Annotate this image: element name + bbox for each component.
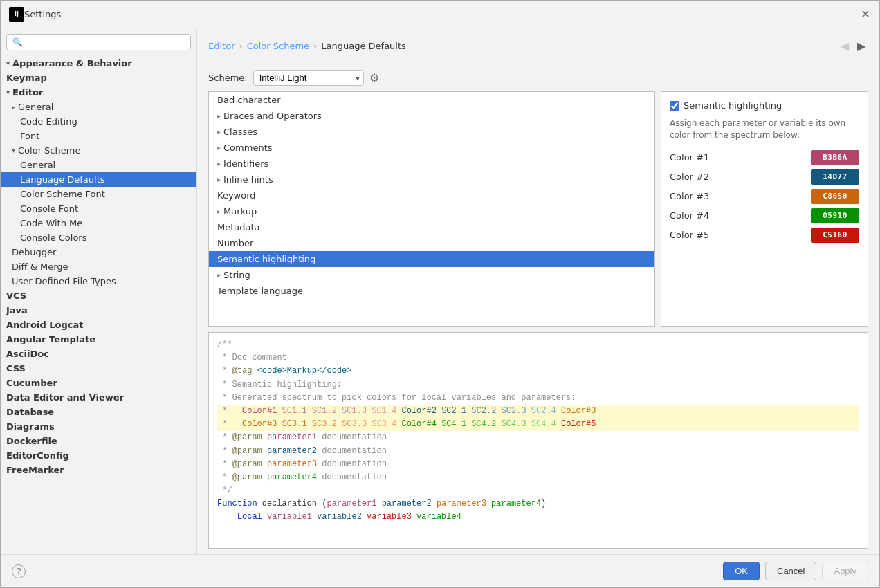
sidebar-item-label: Color Scheme (18, 145, 80, 156)
sidebar-item-dockerfile[interactable]: Dockerfile (1, 434, 196, 448)
breadcrumb-sep-2: › (313, 41, 317, 51)
category-item-9[interactable]: Number (209, 235, 654, 251)
scheme-bar: Scheme: IntelliJ Light Darcula High Cont… (197, 64, 879, 91)
color-swatch-1[interactable]: 14D77 (811, 169, 859, 185)
scheme-select[interactable]: IntelliJ Light Darcula High Contrast (253, 70, 364, 86)
category-item-6[interactable]: Keyword (209, 187, 654, 203)
sidebar-item-debugger[interactable]: Debugger (1, 245, 196, 259)
color-swatch-0[interactable]: B3B6A (811, 150, 859, 165)
category-label: Comments (223, 143, 272, 153)
chevron-icon: ▸ (217, 208, 221, 215)
sidebar-item-css[interactable]: CSS (1, 361, 196, 376)
semantic-checkbox[interactable] (670, 101, 679, 111)
sidebar-item-language-defaults[interactable]: Language Defaults (1, 172, 196, 187)
chevron-icon: ▾ (6, 89, 10, 96)
sidebar-item-label: Code Editing (20, 116, 77, 127)
sidebar-item-label: Debugger (12, 247, 56, 257)
scheme-select-wrapper: IntelliJ Light Darcula High Contrast (253, 70, 364, 86)
sidebar-item-label: Data Editor and Viewer (6, 392, 124, 403)
sidebar-item-general[interactable]: ▸General (1, 100, 196, 114)
category-item-2[interactable]: ▸Classes (209, 124, 654, 140)
color-swatch-4[interactable]: C5160 (811, 228, 859, 243)
ok-button[interactable]: OK (723, 562, 760, 580)
right-panel: Editor › Color Scheme › Language Default… (197, 28, 879, 554)
sidebar-item-database[interactable]: Database (1, 405, 196, 419)
sidebar-item-file-types[interactable]: User-Defined File Types (1, 274, 196, 288)
category-item-10[interactable]: Semantic highlighting (209, 251, 654, 267)
category-label: Metadata (217, 222, 260, 232)
category-item-4[interactable]: ▸Identifiers (209, 156, 654, 172)
forward-button[interactable]: ▶ (854, 38, 868, 54)
color-row-4: Color #5C5160 (670, 226, 859, 245)
category-panel: Bad character▸Braces and Operators▸Class… (208, 91, 655, 327)
category-label: Inline hints (223, 174, 273, 185)
sidebar-item-java[interactable]: Java (1, 303, 196, 318)
chevron-icon: ▸ (12, 103, 15, 111)
sidebar-item-cs-general[interactable]: General (1, 158, 196, 172)
color-label-0: Color #1 (670, 152, 709, 163)
category-item-8[interactable]: Metadata (209, 219, 654, 235)
category-item-5[interactable]: ▸Inline hints (209, 172, 654, 187)
chevron-icon: ▸ (217, 144, 221, 151)
category-label: Number (217, 238, 253, 248)
app-logo: IJ (9, 7, 24, 22)
color-row-1: Color #214D77 (670, 167, 859, 187)
color-row-0: Color #1B3B6A (670, 148, 859, 167)
sidebar-item-code-with-me[interactable]: Code With Me (1, 216, 196, 230)
sidebar-item-android-logcat[interactable]: Android Logcat (1, 318, 196, 332)
close-button[interactable]: ✕ (860, 9, 871, 20)
cancel-button[interactable]: Cancel (765, 562, 816, 580)
category-label: Identifiers (223, 158, 268, 169)
sidebar-item-label: General (20, 160, 55, 170)
editor-area: Bad character▸Braces and Operators▸Class… (197, 91, 879, 554)
sidebar-item-code-editing[interactable]: Code Editing (1, 114, 196, 129)
color-swatch-3[interactable]: 05910 (811, 208, 859, 223)
sidebar-item-label: Appearance & Behavior (12, 58, 132, 68)
sidebar-item-label: Code With Me (20, 218, 82, 228)
sidebar-item-vcs[interactable]: VCS (1, 288, 196, 303)
logo-text: IJ (15, 12, 19, 17)
back-button[interactable]: ◀ (838, 38, 852, 54)
category-item-3[interactable]: ▸Comments (209, 140, 654, 156)
sidebar-item-appearance[interactable]: ▾Appearance & Behavior (1, 56, 196, 71)
apply-button[interactable]: Apply (822, 562, 868, 580)
code-line: * Color#3 SC3.1 SC3.2 SC3.3 SC3.4 Color#… (217, 418, 859, 431)
code-line: /** (217, 338, 859, 351)
footer-left: ? (12, 564, 26, 578)
code-line: */ (217, 484, 859, 497)
scheme-gear-button[interactable]: ⚙ (369, 71, 379, 84)
breadcrumb-editor[interactable]: Editor (208, 41, 235, 51)
category-label: Template language (217, 286, 303, 296)
color-swatch-2[interactable]: C8650 (811, 189, 859, 204)
category-item-11[interactable]: ▸String (209, 267, 654, 283)
sidebar-item-font[interactable]: Font (1, 129, 196, 143)
sidebar-item-editorconfig[interactable]: EditorConfig (1, 448, 196, 463)
sidebar-item-console-colors[interactable]: Console Colors (1, 230, 196, 245)
category-list: Bad character▸Braces and Operators▸Class… (209, 92, 654, 299)
sidebar-item-asciidoc[interactable]: AsciiDoc (1, 347, 196, 361)
sidebar-item-color-scheme-font[interactable]: Color Scheme Font (1, 187, 196, 201)
category-item-7[interactable]: ▸Markup (209, 203, 654, 219)
category-item-1[interactable]: ▸Braces and Operators (209, 108, 654, 124)
help-button[interactable]: ? (12, 564, 26, 578)
sidebar-item-color-scheme[interactable]: ▾Color Scheme (1, 143, 196, 158)
color-label-4: Color #5 (670, 230, 709, 240)
category-label: String (223, 270, 250, 280)
code-preview: /** * Doc comment * @tag <code>Markup</c… (208, 332, 868, 549)
category-item-0[interactable]: Bad character (209, 92, 654, 108)
sidebar-item-diff-merge[interactable]: Diff & Merge (1, 259, 196, 274)
sidebar-item-angular-template[interactable]: Angular Template (1, 332, 196, 347)
category-item-12[interactable]: Template language (209, 283, 654, 299)
sidebar-item-cucumber[interactable]: Cucumber (1, 376, 196, 390)
sidebar-item-keymap[interactable]: Keymap (1, 71, 196, 85)
category-label: Bad character (217, 95, 281, 105)
sidebar-item-diagrams[interactable]: Diagrams (1, 419, 196, 434)
sidebar-item-data-editor[interactable]: Data Editor and Viewer (1, 390, 196, 405)
code-line: * @param parameter1 documentation (217, 431, 859, 444)
sidebar-item-console-font[interactable]: Console Font (1, 201, 196, 216)
breadcrumb-color-scheme[interactable]: Color Scheme (247, 41, 309, 51)
sidebar-item-freemarker[interactable]: FreeMarker (1, 463, 196, 477)
search-input[interactable] (6, 34, 191, 50)
sidebar-item-editor[interactable]: ▾Editor (1, 85, 196, 100)
code-line: * Semantic highlighting: (217, 378, 859, 392)
